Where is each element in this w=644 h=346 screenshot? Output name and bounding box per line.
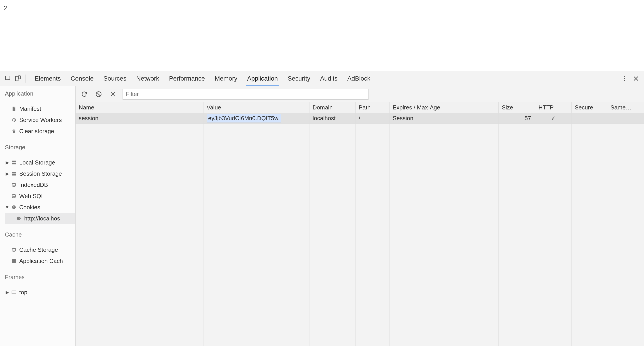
refresh-icon[interactable] [80, 90, 89, 99]
cell-secure[interactable] [572, 113, 607, 124]
delete-selected-icon[interactable] [108, 90, 118, 99]
database-icon [11, 182, 17, 188]
sidebar-item-label: Manifest [19, 105, 41, 112]
database-icon [11, 247, 17, 252]
tab-elements[interactable]: Elements [35, 71, 61, 86]
inspect-element-icon[interactable] [3, 74, 13, 84]
svg-point-20 [17, 217, 21, 220]
section-application-title: Application [0, 86, 75, 101]
clear-all-icon[interactable] [94, 90, 103, 99]
sidebar-item-websql[interactable]: Web SQL [5, 190, 75, 202]
tab-network[interactable]: Network [136, 71, 159, 86]
sidebar-item-cookies[interactable]: ▼ Cookies [5, 202, 75, 213]
svg-point-17 [13, 206, 14, 207]
svg-rect-13 [14, 174, 16, 175]
cell-domain[interactable]: localhost [310, 113, 356, 124]
svg-point-19 [14, 207, 14, 208]
sidebar-item-local-storage[interactable]: ▶ Local Storage [5, 157, 75, 168]
devtools-tabs-row: Elements Console Sources Network Perform… [0, 71, 644, 86]
sidebar-item-indexeddb[interactable]: IndexedDB [5, 179, 75, 190]
svg-point-22 [19, 218, 20, 219]
table-header: Name Value Domain Path Expires / Max-Age… [76, 102, 644, 113]
col-expires[interactable]: Expires / Max-Age [390, 102, 499, 113]
col-path[interactable]: Path [356, 102, 390, 113]
chevron-down-icon: ▼ [5, 205, 10, 210]
tab-performance[interactable]: Performance [169, 71, 205, 86]
sidebar-item-session-storage[interactable]: ▶ Session Storage [5, 168, 75, 179]
svg-rect-27 [12, 261, 14, 263]
cell-path[interactable]: / [356, 113, 390, 124]
svg-rect-8 [12, 163, 14, 164]
col-http[interactable]: HTTP [535, 102, 572, 113]
chevron-right-icon: ▶ [5, 171, 10, 176]
tab-console[interactable]: Console [71, 71, 94, 86]
application-sidebar: Application Manifest Service Workers Cle… [0, 86, 76, 346]
svg-rect-9 [14, 163, 16, 164]
grid-lines [76, 124, 644, 346]
svg-rect-1 [16, 76, 18, 81]
svg-point-21 [18, 218, 18, 218]
sidebar-item-label: Service Workers [19, 117, 62, 124]
svg-rect-2 [18, 76, 20, 79]
section-cache-title: Cache [0, 227, 75, 242]
separator [615, 75, 615, 83]
sidebar-item-manifest[interactable]: Manifest [5, 103, 75, 114]
cookies-toolbar [76, 86, 644, 102]
sidebar-item-label: Clear storage [19, 128, 54, 135]
sidebar-item-frame-top[interactable]: ▶ top [5, 287, 75, 298]
svg-point-4 [624, 78, 625, 79]
svg-point-5 [624, 80, 625, 81]
col-value[interactable]: Value [204, 102, 310, 113]
tab-sources[interactable]: Sources [103, 71, 126, 86]
tab-memory[interactable]: Memory [215, 71, 237, 86]
filter-input[interactable] [122, 89, 368, 100]
cell-http[interactable]: ✓ [535, 113, 572, 124]
col-size[interactable]: Size [499, 102, 535, 113]
col-domain[interactable]: Domain [310, 102, 356, 113]
svg-rect-28 [14, 261, 16, 263]
cell-size[interactable]: 57 [499, 113, 535, 124]
cell-name[interactable]: session [76, 113, 204, 124]
grid-icon [11, 171, 17, 176]
svg-point-14 [12, 183, 16, 184]
tab-security[interactable]: Security [288, 71, 310, 86]
svg-point-24 [12, 248, 16, 249]
col-name[interactable]: Name [76, 102, 204, 113]
section-storage-title: Storage [0, 140, 75, 155]
page-content-number: 2 [0, 0, 644, 71]
tab-application[interactable]: Application [247, 71, 278, 86]
svg-rect-25 [12, 259, 14, 261]
cookie-value-editing[interactable]: eyJjb3VudCI6Mn0.DQIT5w. [206, 114, 281, 122]
sidebar-item-clear-storage[interactable]: Clear storage [5, 126, 75, 137]
sidebar-item-label: top [19, 289, 27, 296]
grid-icon [11, 160, 17, 165]
tabs-left-controls: Elements Console Sources Network Perform… [3, 71, 370, 86]
tab-adblock[interactable]: AdBlock [347, 71, 370, 86]
sidebar-item-label: Cache Storage [19, 246, 58, 253]
close-devtools-icon[interactable] [631, 74, 641, 84]
svg-point-16 [12, 205, 16, 209]
cell-samesite[interactable] [607, 113, 644, 124]
sidebar-item-cache-storage[interactable]: Cache Storage [5, 244, 75, 255]
col-samesite[interactable]: Same… [607, 102, 644, 113]
toggle-device-icon[interactable] [13, 74, 23, 84]
svg-rect-7 [14, 161, 16, 162]
kebab-menu-icon[interactable] [620, 74, 629, 84]
sidebar-item-label: Web SQL [19, 193, 44, 200]
cell-value[interactable]: eyJjb3VudCI6Mn0.DQIT5w. [204, 113, 310, 124]
section-frames-title: Frames [0, 270, 75, 285]
tabs-right-controls [612, 74, 641, 84]
sidebar-item-cookie-host[interactable]: http://localhos [5, 213, 75, 224]
chevron-right-icon: ▶ [5, 290, 10, 295]
sidebar-item-service-workers[interactable]: Service Workers [5, 114, 75, 126]
cell-expires[interactable]: Session [390, 113, 499, 124]
cookie-icon [16, 216, 22, 221]
tab-audits[interactable]: Audits [320, 71, 338, 86]
svg-rect-11 [14, 172, 16, 173]
sidebar-item-label: Local Storage [19, 159, 55, 166]
grid-icon [11, 258, 17, 263]
table-row[interactable]: session eyJjb3VudCI6Mn0.DQIT5w. localhos… [76, 113, 644, 124]
col-secure[interactable]: Secure [572, 102, 607, 113]
sidebar-item-application-cache[interactable]: Application Cach [5, 255, 75, 266]
database-icon [11, 193, 17, 199]
